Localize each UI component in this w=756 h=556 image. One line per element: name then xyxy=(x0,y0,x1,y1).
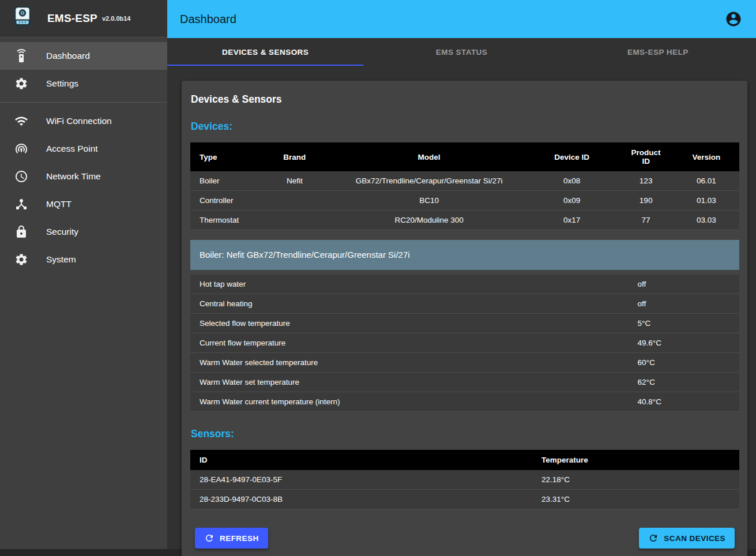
sidebar-item-security[interactable]: Security xyxy=(0,218,167,246)
devices-section-heading: Devices: xyxy=(191,121,739,133)
cell-sensor-temperature: 23.31°C xyxy=(533,490,739,509)
tab-ems-esp-help[interactable]: EMS-ESP HELP xyxy=(560,38,756,66)
column-header-version: Version xyxy=(674,142,739,171)
account-circle-icon[interactable] xyxy=(725,10,742,28)
refresh-icon xyxy=(204,533,215,543)
lock-icon xyxy=(14,225,28,239)
sensors-table: ID Temperature 28-EA41-9497-0E03-5F 22.1… xyxy=(190,450,739,509)
wifi-icon xyxy=(14,114,28,128)
refresh-icon xyxy=(648,533,659,543)
cell-metric-value: off xyxy=(630,294,739,314)
gear-icon xyxy=(14,253,28,266)
cell-sensor-id: 28-EA41-9497-0E03-5F xyxy=(190,470,533,490)
cell-device-id: 0x08 xyxy=(525,171,619,191)
cell-product-id: 77 xyxy=(619,211,674,230)
column-header-temperature: Temperature xyxy=(533,450,739,470)
table-row: Warm Water current temperature (intern) … xyxy=(190,392,739,412)
cell-product-id: 190 xyxy=(619,191,674,211)
column-header-id: ID xyxy=(190,450,533,470)
cell-device-id: 0x17 xyxy=(525,211,619,230)
sidebar-item-system[interactable]: System xyxy=(0,246,167,273)
column-header-brand: Brand xyxy=(256,142,333,171)
card-actions: REFRESH SCAN DEVICES xyxy=(190,528,739,549)
sidebar-item-label: Settings xyxy=(46,78,78,89)
cell-version: 01.03 xyxy=(674,191,739,211)
cell-model: GBx72/Trendline/Cerapur/Greenstar Si/27i xyxy=(333,171,525,191)
column-header-model: Model xyxy=(333,142,525,171)
cell-metric-name: Hot tap water xyxy=(190,275,630,294)
cell-metric-value: 62°C xyxy=(630,373,739,392)
cell-metric-name: Selected flow temperature xyxy=(190,314,630,333)
cell-metric-name: Current flow temperature xyxy=(190,333,630,353)
cell-metric-value: off xyxy=(630,275,739,294)
cell-metric-value: 49.6°C xyxy=(630,333,739,353)
table-row: Warm Water selected temperature 60°C xyxy=(190,353,739,373)
app-title: EMS-ESP xyxy=(47,12,97,25)
table-row: 28-233D-9497-0C03-8B 23.31°C xyxy=(190,490,739,509)
cell-type: Controller xyxy=(190,191,256,211)
devices-table-header-row: Type Brand Model Device ID Product ID Ve… xyxy=(190,142,739,171)
cell-model: BC10 xyxy=(333,191,525,211)
cell-type: Boiler xyxy=(190,171,256,191)
settings-remote-icon xyxy=(14,49,28,63)
sensors-section-heading: Sensors: xyxy=(191,428,739,440)
table-row: Thermostat RC20/Moduline 300 0x17 77 03.… xyxy=(190,211,739,230)
devices-table: Type Brand Model Device ID Product ID Ve… xyxy=(190,142,739,230)
sidebar-item-label: WiFi Connection xyxy=(46,116,112,126)
cell-version: 06.01 xyxy=(674,171,739,191)
column-header-product-id: Product ID xyxy=(619,142,674,171)
topbar: Dashboard xyxy=(167,0,756,38)
table-row: Central heating off xyxy=(190,294,739,314)
cell-metric-value: 5°C xyxy=(630,314,739,333)
cell-device-id: 0x09 xyxy=(525,191,619,211)
cell-brand xyxy=(256,211,333,230)
tab-devices-sensors[interactable]: DEVICES & SENSORS xyxy=(167,38,363,66)
sidebar-item-label: System xyxy=(46,254,76,265)
devices-sensors-card: Devices & Sensors Devices: Type Brand Mo… xyxy=(182,81,747,556)
table-row: Hot tap water off xyxy=(190,275,739,294)
active-tab-indicator xyxy=(167,65,363,66)
cell-brand xyxy=(256,191,333,211)
column-header-type: Type xyxy=(190,142,256,171)
cell-sensor-id: 28-233D-9497-0C03-8B xyxy=(190,490,533,509)
sidebar-item-label: Access Point xyxy=(46,144,98,154)
refresh-button-label: REFRESH xyxy=(220,534,259,543)
cell-brand: Nefit xyxy=(256,171,333,191)
main-content: Dashboard DEVICES & SENSORS EMS STATUS E… xyxy=(167,0,756,549)
cell-metric-name: Warm Water set temperature xyxy=(190,373,630,392)
refresh-button[interactable]: REFRESH xyxy=(195,528,268,549)
sidebar-item-label: Security xyxy=(46,227,78,237)
table-row: Current flow temperature 49.6°C xyxy=(190,333,739,353)
sidebar-item-network-time[interactable]: Network Time xyxy=(0,163,167,190)
sidebar-header: EMS-ESP v2.0.0b14 xyxy=(0,0,167,37)
app-window: EMS-ESP v2.0.0b14 Dashboard Settings xyxy=(0,0,756,549)
sidebar-item-access-point[interactable]: Access Point xyxy=(0,135,167,163)
sidebar-divider xyxy=(0,102,167,103)
device-hub-icon xyxy=(14,197,28,211)
ems-esp-logo-icon xyxy=(10,5,35,32)
sensors-table-header-row: ID Temperature xyxy=(190,450,739,470)
tab-ems-status[interactable]: EMS STATUS xyxy=(363,38,559,66)
wifi-tethering-icon xyxy=(14,142,28,156)
cell-metric-name: Warm Water current temperature (intern) xyxy=(190,392,630,412)
sidebar-nav: Dashboard Settings WiFi Connection Acces xyxy=(0,37,167,273)
cell-metric-name: Warm Water selected temperature xyxy=(190,353,630,373)
content-scroll-area[interactable]: Devices & Sensors Devices: Type Brand Mo… xyxy=(167,66,756,556)
clock-icon xyxy=(14,170,28,183)
cell-metric-value: 40.8°C xyxy=(630,392,739,412)
scan-devices-button[interactable]: SCAN DEVICES xyxy=(639,528,735,549)
sidebar-item-label: Dashboard xyxy=(46,51,90,61)
cell-model: RC20/Moduline 300 xyxy=(333,211,525,230)
sidebar-item-dashboard[interactable]: Dashboard xyxy=(0,42,167,70)
table-row: Boiler Nefit GBx72/Trendline/Cerapur/Gre… xyxy=(190,171,739,191)
gear-icon xyxy=(14,77,28,91)
app-version: v2.0.0b14 xyxy=(102,15,131,22)
sidebar-item-settings[interactable]: Settings xyxy=(0,70,167,97)
tab-bar: DEVICES & SENSORS EMS STATUS EMS-ESP HEL… xyxy=(167,38,756,66)
sidebar-item-label: MQTT xyxy=(46,199,72,209)
sidebar-item-mqtt[interactable]: MQTT xyxy=(0,190,167,218)
cell-version: 03.03 xyxy=(674,211,739,230)
table-row: Selected flow temperature 5°C xyxy=(190,314,739,333)
page-title: Dashboard xyxy=(180,13,236,26)
sidebar-item-wifi-connection[interactable]: WiFi Connection xyxy=(0,107,167,135)
